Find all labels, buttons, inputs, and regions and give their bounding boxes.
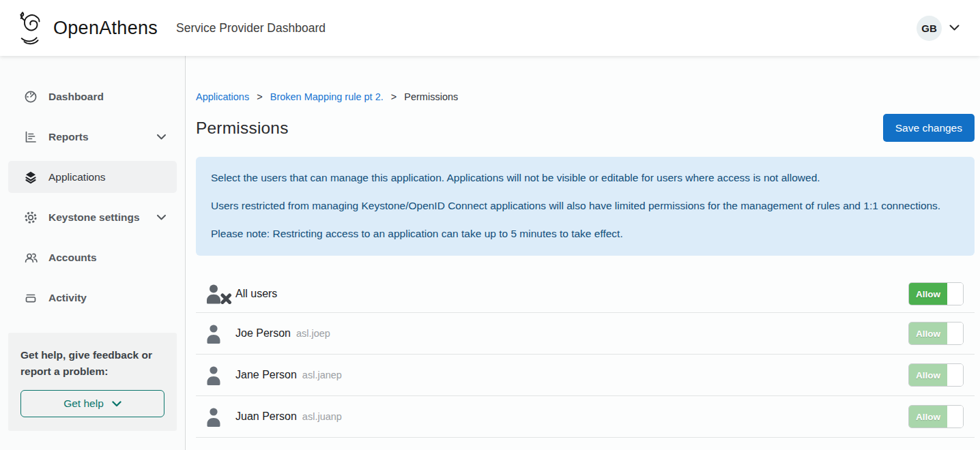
info-paragraph: Select the users that can manage this ap…	[211, 171, 960, 185]
sidebar: Dashboard Reports	[0, 56, 186, 450]
sidebar-item-applications[interactable]: Applications	[8, 161, 177, 193]
breadcrumb-separator: >	[391, 91, 397, 102]
info-box: Select the users that can manage this ap…	[196, 157, 975, 256]
allow-toggle-label: Allow	[909, 322, 947, 344]
breadcrumb: Applications > Broken Mapping rule pt 2.…	[196, 91, 975, 102]
permissions-user-list: All users Allow Joe Person asl.joep	[196, 278, 975, 438]
app-root: OpenAthens Service Provider Dashboard GB…	[0, 0, 980, 450]
allow-toggle[interactable]: Allow	[908, 282, 964, 305]
layers-icon	[23, 170, 38, 184]
sidebar-item-dashboard[interactable]: Dashboard	[8, 80, 177, 112]
allow-toggle-track	[947, 322, 963, 344]
person-icon	[204, 323, 235, 344]
report-chart-icon	[23, 130, 38, 144]
info-paragraph: Users restricted from managing Keystone/…	[211, 199, 960, 213]
sidebar-item-accounts[interactable]: Accounts	[8, 241, 177, 273]
gear-icon	[23, 211, 38, 224]
sidebar-item-label: Dashboard	[48, 91, 104, 103]
sidebar-item-label: Keystone settings	[48, 211, 140, 224]
get-help-label: Get help	[63, 397, 104, 410]
user-name: Juan Person	[235, 410, 297, 423]
user-username: asl.janep	[302, 370, 342, 380]
allow-toggle[interactable]: Allow	[908, 322, 964, 345]
page-title: Permissions	[196, 119, 289, 138]
user-row: Juan Person asl.juanp Allow	[196, 396, 975, 438]
locale-avatar[interactable]: GB	[917, 16, 942, 41]
top-header: OpenAthens Service Provider Dashboard GB	[0, 0, 980, 56]
chevron-down-icon	[112, 401, 121, 407]
breadcrumb-link-applications[interactable]: Applications	[196, 91, 249, 102]
all-users-blocked-icon	[204, 284, 235, 304]
brand-wordmark: OpenAthens	[53, 18, 158, 39]
user-username: asl.juanp	[302, 411, 342, 422]
body: Dashboard Reports	[0, 56, 980, 450]
breadcrumb-current: Permissions	[404, 91, 458, 102]
allow-toggle-track	[947, 283, 963, 305]
user-name: Joe Person	[235, 327, 291, 340]
user-name: Jane Person	[235, 369, 297, 381]
app-title: Service Provider Dashboard	[176, 21, 326, 35]
title-row: Permissions Save changes	[196, 114, 975, 142]
allow-toggle-label: Allow	[909, 364, 947, 386]
header-right: GB	[917, 16, 960, 41]
sidebar-item-keystone-settings[interactable]: Keystone settings	[8, 201, 177, 233]
allow-toggle-label: Allow	[909, 283, 947, 305]
allow-toggle[interactable]: Allow	[908, 405, 964, 428]
info-paragraph: Please note: Restricting access to an ap…	[211, 227, 960, 241]
person-icon	[204, 365, 235, 385]
help-box: Get help, give feedback or report a prob…	[8, 333, 177, 431]
user-row: Jane Person asl.janep Allow	[196, 355, 975, 396]
tray-icon	[23, 291, 38, 305]
sidebar-item-label: Applications	[48, 171, 106, 183]
all-users-label: All users	[235, 288, 277, 300]
allow-toggle[interactable]: Allow	[908, 363, 964, 387]
get-help-button[interactable]: Get help	[20, 390, 164, 417]
allow-toggle-track	[947, 364, 963, 386]
main-content: Applications > Broken Mapping rule pt 2.…	[186, 56, 980, 450]
sidebar-item-activity[interactable]: Activity	[8, 282, 177, 314]
person-icon	[204, 406, 235, 427]
user-username: asl.joep	[296, 328, 330, 339]
openathens-owl-logo-icon	[16, 11, 48, 45]
sidebar-item-label: Accounts	[48, 252, 97, 264]
allow-toggle-track	[947, 406, 963, 427]
allow-toggle-label: Allow	[909, 406, 947, 427]
sidebar-item-label: Reports	[48, 131, 89, 143]
people-icon	[23, 251, 38, 265]
sidebar-item-label: Activity	[48, 292, 87, 304]
chevron-down-icon[interactable]	[949, 25, 960, 31]
sidebar-item-reports[interactable]: Reports	[8, 121, 177, 153]
breadcrumb-link-application-name[interactable]: Broken Mapping rule pt 2.	[270, 91, 384, 102]
help-text: Get help, give feedback or report a prob…	[20, 347, 164, 380]
speedometer-icon	[23, 90, 38, 104]
chevron-down-icon	[157, 134, 166, 140]
chevron-down-icon	[157, 215, 166, 220]
user-row: Joe Person asl.joep Allow	[196, 313, 975, 355]
breadcrumb-separator: >	[257, 91, 262, 102]
save-changes-button[interactable]: Save changes	[883, 114, 975, 142]
all-users-row: All users Allow	[196, 278, 975, 313]
